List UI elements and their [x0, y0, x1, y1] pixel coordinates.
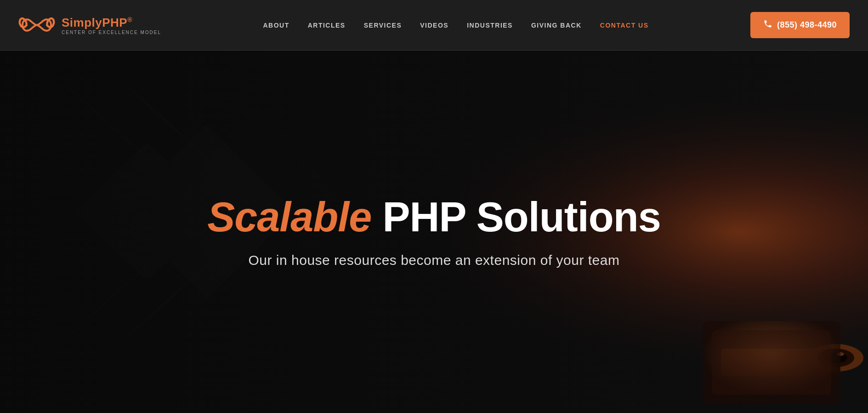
phone-cta-button[interactable]: (855) 498-4490 [750, 12, 850, 38]
logo-trademark: ® [127, 16, 132, 23]
nav-item-industries[interactable]: INDUSTRIES [467, 22, 513, 29]
hero-section: Scalable PHP Solutions Our in house reso… [0, 51, 868, 413]
nav-item-services[interactable]: SERVICES [364, 22, 402, 29]
logo-simply: Simply [62, 16, 102, 29]
hero-subtitle: Our in house resources become an extensi… [207, 252, 661, 268]
logo-text: SimplyPHP® CENTER OF EXCELLENCE MODEL [62, 16, 161, 35]
logo-icon [18, 11, 55, 39]
logo-brand: SimplyPHP® [62, 16, 161, 30]
phone-number: (855) 498-4490 [777, 20, 837, 30]
logo-php: PHP [102, 16, 127, 29]
site-header: SimplyPHP® CENTER OF EXCELLENCE MODEL AB… [0, 0, 868, 51]
svg-rect-14 [712, 330, 831, 395]
logo-tagline: CENTER OF EXCELLENCE MODEL [62, 30, 161, 35]
nav-item-articles[interactable]: ARTICLES [308, 22, 346, 29]
hero-title: Scalable PHP Solutions [207, 195, 661, 239]
hero-content: Scalable PHP Solutions Our in house reso… [161, 195, 707, 269]
main-nav: ABOUT ARTICLES SERVICES VIDEOS INDUSTRIE… [263, 22, 648, 29]
hero-title-accent: Scalable [207, 194, 371, 240]
logo-area[interactable]: SimplyPHP® CENTER OF EXCELLENCE MODEL [18, 11, 161, 39]
hero-title-main: PHP Solutions [371, 194, 660, 240]
nav-item-videos[interactable]: VIDEOS [420, 22, 448, 29]
nav-item-contact-us[interactable]: CONTACT US [600, 22, 649, 29]
phone-icon [763, 19, 772, 31]
nav-item-about[interactable]: ABOUT [263, 22, 289, 29]
nav-item-giving-back[interactable]: GIVING BACK [531, 22, 582, 29]
